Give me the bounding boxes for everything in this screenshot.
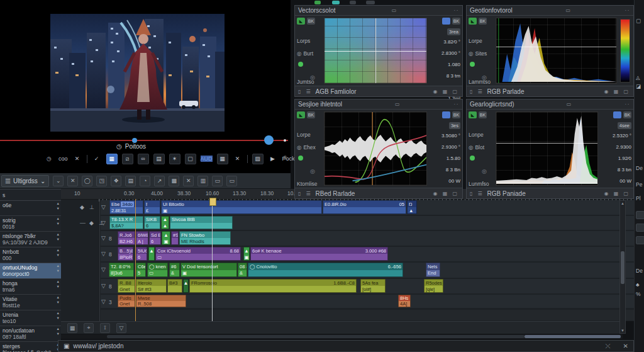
timeline-clip[interactable]: B...5)88PioR xyxy=(118,247,133,261)
scope-bk-button[interactable]: BK xyxy=(479,18,487,25)
list-item[interactable]: ntslonge 7blkr9A:10/39V 2 AJID9▲▼ xyxy=(0,232,61,247)
sort-arrows[interactable]: ▲▼ xyxy=(57,217,60,225)
tool-mode-dropdown[interactable]: ☰ Ultigrdss ⌄ xyxy=(1,175,49,187)
footer-book-icon[interactable]: ▯ xyxy=(470,191,472,196)
right-panel-button[interactable] xyxy=(636,224,644,232)
scope-bk2-button[interactable]: BK xyxy=(623,111,631,118)
list-item[interactable]: onrtuoUNudog6onorpoct0▲▼ xyxy=(0,263,61,279)
scope-bk-button[interactable]: BK xyxy=(307,111,315,118)
scope-bk-button[interactable]: BK xyxy=(479,111,487,118)
toolbar-icon-7[interactable]: ◔ xyxy=(140,176,150,186)
timeline-clip[interactable]: ▲▣ xyxy=(162,231,170,245)
timeline-clip[interactable]: E0.8iR.0io05 xyxy=(323,200,406,214)
scope-tag-button[interactable]: 3rea xyxy=(447,28,460,35)
scope-enable-button[interactable]: ◣ xyxy=(469,111,477,118)
close2-icon[interactable]: ✕ xyxy=(233,154,243,164)
panel-window-icon[interactable]: ▭ xyxy=(392,8,398,13)
scope-tag-button[interactable]: 4see xyxy=(618,122,631,129)
sort-arrows[interactable]: ▲▼ xyxy=(57,202,60,210)
timeline-clip[interactable]: 8Hs4A] xyxy=(398,295,411,307)
timeline-clip[interactable]: #S xyxy=(171,231,179,245)
sort-arrows[interactable]: ▲▼ xyxy=(57,280,60,288)
list-item[interactable]: o6e▲▼ xyxy=(0,201,61,216)
timeline-clip[interactable]: V Dod tensordort▣ xyxy=(180,263,237,277)
timeline-clip[interactable]: FRomrosoio1.6B8.-C8 xyxy=(189,279,357,293)
track-collapse-icon[interactable]: ▽ xyxy=(101,283,106,289)
right-panel-button[interactable] xyxy=(636,236,644,244)
timeline-clip[interactable]: T8-13.X R$,8A? xyxy=(109,216,143,229)
timeline-clip[interactable]: MwseR..508 xyxy=(136,295,186,307)
footer-list-icon[interactable]: ☰ xyxy=(477,89,482,94)
toolbar-icon-13[interactable]: ▭ xyxy=(226,176,237,186)
timeline-clip[interactable]: 5As fea[ol#] xyxy=(360,279,386,293)
toolbar-icon-6[interactable]: ▤ xyxy=(125,176,136,186)
timeline-clip[interactable]: PudisGnet xyxy=(118,295,135,307)
list-item[interactable]: Vitatieffostt1e▲▼ xyxy=(0,295,61,310)
track-collapse-icon[interactable]: ▽ xyxy=(101,204,106,210)
scope-bk2-button[interactable]: BK xyxy=(452,18,460,25)
toolbar-icon-2[interactable]: ✕ xyxy=(67,176,78,186)
mini-gray-button-2[interactable] xyxy=(366,1,375,4)
timeline-clip[interactable]: 6o# K benaoe3.000 #68 xyxy=(250,247,388,261)
scope-blue-button[interactable] xyxy=(613,111,621,118)
timeline-clip[interactable]: ▲▲ xyxy=(161,216,169,229)
list-item[interactable]: stergesftlor tonce f-fl, Gorb9▲▼ xyxy=(0,342,61,352)
timeline-clip[interactable]: 5IU66 xyxy=(136,247,147,261)
scope-blue-button[interactable] xyxy=(442,111,450,118)
timeline-clip[interactable]: Ebe34do2.8E31 xyxy=(109,200,143,214)
bottom-tool-icon-2[interactable]: ⌖ xyxy=(84,323,94,333)
footer-list-icon[interactable]: ☰ xyxy=(477,191,482,196)
stamp-icon[interactable]: ⊥ xyxy=(89,204,94,210)
scope-enable-button[interactable]: ◣ xyxy=(297,111,305,118)
panel-menu-icon[interactable]: ∙∙ xyxy=(625,8,630,13)
timeline-clip[interactable]: SIKB6 xyxy=(144,216,160,229)
list-item[interactable]: Nrrbott000▲▼ xyxy=(0,247,61,263)
gear-icon[interactable]: ◎ xyxy=(482,168,487,174)
toolbar-icon-5[interactable]: ❖ xyxy=(111,176,121,186)
scrub-marker-dot[interactable] xyxy=(132,138,137,143)
footer-book-icon[interactable]: ▯ xyxy=(298,191,301,196)
sort-arrows[interactable]: ▲▼ xyxy=(57,249,60,257)
timeline-clip[interactable]: R..B8Gnet xyxy=(118,279,135,293)
list-item[interactable]: Ureniateo10▲▼ xyxy=(0,310,61,326)
mini-teal-button[interactable] xyxy=(332,1,340,4)
timeline-vscrollbar[interactable]: ▲ ▼ xyxy=(619,200,626,334)
diamond-icon[interactable]: ◆ xyxy=(89,220,94,226)
timeline-clip[interactable]: Ui Bitoxtio▣ xyxy=(161,200,322,214)
timeline-clip[interactable]: ◯ Cnoiovitio6.-656 xyxy=(248,263,403,277)
toolbar-icon-10[interactable]: ✕ xyxy=(183,176,194,186)
gear-icon[interactable]: ◎ xyxy=(310,168,315,174)
check-icon[interactable]: ✓ xyxy=(92,154,102,164)
track-collapse-icon[interactable]: ▽ xyxy=(101,251,106,257)
hscroll-thumb[interactable] xyxy=(525,335,621,338)
timeline-clip[interactable]: FN StowboME Rhodls xyxy=(179,231,231,245)
play-icon[interactable]: ▶ xyxy=(268,154,278,164)
slash-square-icon[interactable]: ⧄ xyxy=(122,154,133,164)
timeline-clip[interactable]: B#3 xyxy=(167,279,182,293)
toolbar-icon-1[interactable]: ⌄ xyxy=(53,176,64,186)
timeline-clip[interactable]: Sd E6 xyxy=(149,231,161,245)
timeline-clip[interactable]: ItleroioS# #t3 xyxy=(136,279,167,293)
scroll-up-icon[interactable]: ▲ xyxy=(620,202,625,205)
panel-window-icon[interactable]: ▭ xyxy=(567,101,573,107)
clock-icon[interactable]: ◷ xyxy=(44,154,54,164)
timeline-clip[interactable]: R5odes[qle] xyxy=(424,279,443,293)
sort-arrows[interactable]: ▲▼ xyxy=(57,312,60,320)
scope-blue-button[interactable] xyxy=(442,18,450,25)
toolbar-icon-12[interactable]: ▭ xyxy=(212,176,223,186)
timeline-clip[interactable]: #6& xyxy=(169,263,180,277)
overlay-icon[interactable]: ▨ xyxy=(252,154,264,164)
timeline-clip[interactable]: NetsEnd xyxy=(426,263,440,277)
track-collapse-icon[interactable]: ▽ xyxy=(101,266,106,273)
grid-icon[interactable]: ▦ xyxy=(217,154,228,164)
timeline-clip[interactable]: 6IW8A | xyxy=(136,231,148,245)
timeline-clip[interactable]: Sivcoa BtB xyxy=(170,216,233,229)
timeline-hscrollbar[interactable] xyxy=(61,334,623,339)
swap-icon[interactable]: ⤬ xyxy=(606,343,611,350)
frame-icon[interactable]: ▢ xyxy=(185,154,196,164)
toolbar-icon-4[interactable]: ◳ xyxy=(96,176,107,186)
dash-icon[interactable]: — xyxy=(80,220,86,226)
list-item[interactable]: sotrig0018▲▼ xyxy=(0,216,61,232)
mini-gray-button[interactable] xyxy=(350,1,356,4)
timeline-clip[interactable]: Ŋ▲ xyxy=(407,200,417,214)
